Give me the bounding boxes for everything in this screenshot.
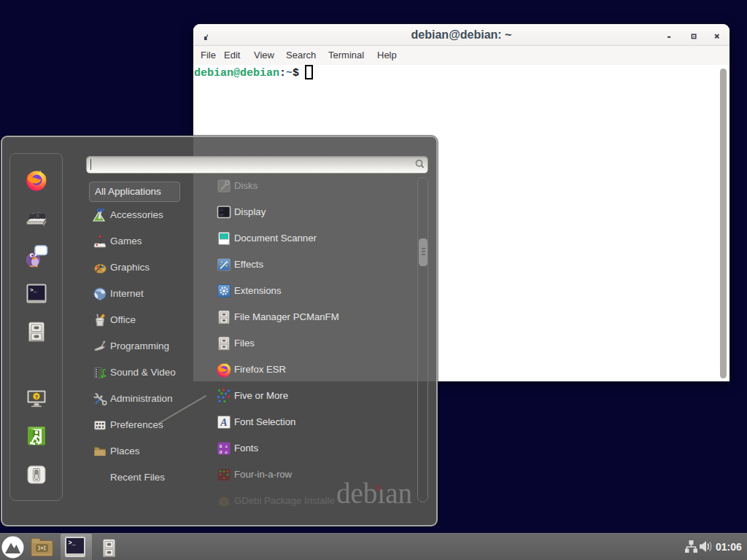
svg-text:?: ? [35, 394, 39, 400]
svg-text:a: a [220, 443, 222, 448]
svg-text:a: a [220, 449, 222, 454]
svg-text:a: a [225, 449, 228, 455]
svg-text:A: A [220, 417, 227, 428]
svg-text:>_: >_ [69, 540, 77, 547]
svg-text:>_: >_ [30, 287, 37, 293]
